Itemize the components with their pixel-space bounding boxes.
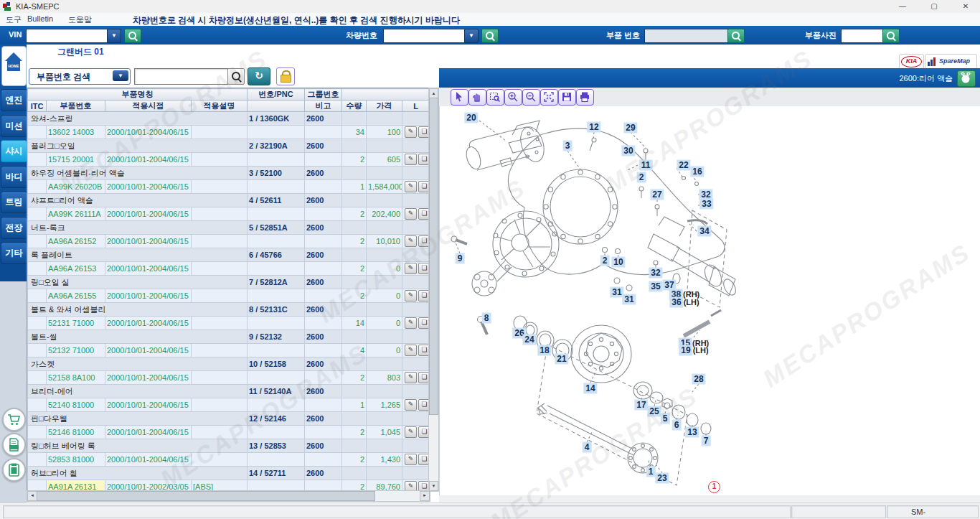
- table-horizontal-scrollbar[interactable]: ◄ ►: [27, 490, 430, 502]
- part-period[interactable]: 2000/10/01-2004/06/15: [105, 426, 192, 439]
- edit-part-icon[interactable]: ✎: [405, 290, 417, 301]
- part-row[interactable]: 52853 810002000/10/01-2004/06/1521,430✎❏: [28, 453, 430, 467]
- vehicle-no-input[interactable]: [383, 29, 468, 43]
- part-period[interactable]: 2000/10/01-2004/06/15: [105, 262, 192, 276]
- diagram-callout-6[interactable]: 6: [672, 420, 682, 431]
- scroll-down-icon[interactable]: ▼: [429, 481, 438, 491]
- part-desc[interactable]: [192, 426, 248, 439]
- diagram-callout-2[interactable]: 2: [637, 172, 646, 183]
- diagram-callout-28[interactable]: 28: [692, 374, 705, 385]
- part-row[interactable]: AA99K 26020B2000/10/01-2004/06/1511,584,…: [28, 180, 430, 194]
- diagram-callout-12[interactable]: 12: [587, 122, 600, 133]
- part-search-mode-select[interactable]: 부품번호 검색 ▼: [29, 68, 131, 85]
- part-group-name[interactable]: 샤프트□리어 액슬: [28, 194, 248, 207]
- part-qty[interactable]: 2: [342, 235, 367, 248]
- part-period[interactable]: 2000/10/01-2004/06/15: [105, 153, 192, 167]
- zoom-out-button[interactable]: [522, 89, 540, 106]
- part-pnc[interactable]: 8 / 52131C: [248, 303, 305, 317]
- part-row[interactable]: 52131 710002000/10/01-2004/06/15140✎❏: [28, 317, 430, 330]
- home-button[interactable]: HOME: [1, 46, 27, 86]
- edit-part-icon[interactable]: ✎: [405, 208, 417, 220]
- part-desc[interactable]: [192, 289, 248, 303]
- diagram-callout-31[interactable]: 31: [622, 294, 636, 305]
- part-group-row[interactable]: 플러그□오일2 / 32190A2600: [28, 139, 430, 153]
- part-row[interactable]: 52132 710002000/10/01-2004/06/1540✎❏: [28, 344, 430, 357]
- part-number[interactable]: 13602 14003: [47, 126, 105, 139]
- diagram-callout-3[interactable]: 3: [563, 141, 573, 151]
- part-price[interactable]: 0: [367, 262, 402, 276]
- diagram-callout-5[interactable]: 5: [661, 413, 670, 424]
- scroll-up-icon[interactable]: ▲: [429, 88, 438, 98]
- part-group-row[interactable]: 록 플레이트6 / 457662600: [28, 248, 430, 262]
- part-pnc[interactable]: 10 / 52158: [248, 357, 305, 371]
- part-row[interactable]: AA96A 261532000/10/01-2004/06/1520✎❏: [28, 262, 430, 276]
- part-desc[interactable]: [192, 317, 248, 330]
- part-number[interactable]: 52853 81000: [47, 453, 105, 467]
- part-group-no[interactable]: 2600: [305, 467, 342, 480]
- part-pnc[interactable]: 13 / 52853: [248, 439, 305, 453]
- part-desc[interactable]: [192, 235, 248, 248]
- part-qty[interactable]: 2: [342, 289, 367, 303]
- part-group-row[interactable]: 샤프트□리어 액슬4 / 526112600: [28, 194, 430, 207]
- part-group-no[interactable]: 2600: [305, 439, 342, 453]
- part-desc[interactable]: [192, 207, 248, 221]
- part-number[interactable]: 52131 71000: [47, 317, 105, 330]
- part-photo-input[interactable]: [841, 29, 885, 43]
- part-group-row[interactable]: 와셔-스프링1 / 1360GK2600: [28, 112, 430, 126]
- part-number[interactable]: AA99K 26020B: [47, 180, 105, 194]
- diagram-callout-16[interactable]: 16: [690, 167, 704, 177]
- part-number[interactable]: 52140 81000: [47, 398, 105, 412]
- part-group-name[interactable]: 허브□리어 휠: [28, 467, 248, 480]
- diagram-callout-30[interactable]: 30: [621, 146, 635, 156]
- part-desc[interactable]: [192, 398, 248, 412]
- part-pnc[interactable]: 9 / 52132: [248, 330, 305, 344]
- part-pnc[interactable]: 1 / 1360GK: [248, 112, 305, 126]
- diagram-callout-11[interactable]: 11: [639, 160, 653, 171]
- vin-dropdown-icon[interactable]: ▼: [107, 29, 121, 43]
- part-number[interactable]: 52146 81000: [47, 426, 105, 439]
- part-group-row[interactable]: 볼트-씰9 / 521322600: [28, 330, 430, 344]
- part-group-row[interactable]: 링□허브 베어링 록13 / 528532600: [28, 439, 430, 453]
- save-button[interactable]: [558, 89, 576, 106]
- part-period[interactable]: 2000/10/01-2004/06/15: [105, 235, 192, 248]
- edit-part-icon[interactable]: ✎: [405, 454, 417, 465]
- diagram-callout-7[interactable]: 7: [702, 436, 711, 446]
- pan-tool-button[interactable]: [468, 89, 486, 106]
- part-number[interactable]: AA96A 26155: [47, 289, 105, 303]
- lock-button[interactable]: [276, 67, 295, 85]
- diagram-callout-4[interactable]: 4: [583, 442, 592, 453]
- part-pnc[interactable]: 3 / 52100: [248, 167, 305, 180]
- clipboard-button[interactable]: [2, 458, 26, 482]
- part-pnc[interactable]: 7 / 52812A: [248, 276, 305, 289]
- part-row[interactable]: AA99K 26111A2000/10/01-2004/06/152202,40…: [28, 207, 430, 221]
- print-button[interactable]: [576, 89, 594, 106]
- diagram-extra-button[interactable]: [957, 70, 976, 87]
- part-search-button[interactable]: [227, 68, 245, 85]
- diagram-callout-32[interactable]: 32: [649, 268, 662, 279]
- select-tool-button[interactable]: [451, 89, 468, 106]
- part-row[interactable]: 15715 200012000/10/01-2004/06/152605✎❏: [28, 153, 430, 167]
- close-icon[interactable]: ✕: [951, 0, 980, 13]
- part-group-name[interactable]: 볼트-씰: [28, 330, 248, 344]
- part-number[interactable]: 52158 8A100: [47, 371, 105, 385]
- part-price[interactable]: 10,010: [367, 235, 402, 248]
- part-pnc[interactable]: 6 / 45766: [248, 248, 305, 262]
- part-desc[interactable]: [192, 262, 248, 276]
- part-number[interactable]: AA99K 26111A: [47, 207, 105, 221]
- part-group-no[interactable]: 2600: [305, 385, 342, 398]
- edit-part-icon[interactable]: ✎: [405, 263, 417, 274]
- zoom-in-button[interactable]: [504, 89, 522, 106]
- part-group-name[interactable]: 너트-록크: [28, 221, 248, 235]
- part-row[interactable]: 13602 140032000/10/01-2004/06/1534100✎❏: [28, 126, 430, 139]
- diagram-callout-14[interactable]: 14: [583, 383, 597, 394]
- part-group-no[interactable]: 2600: [305, 248, 342, 262]
- diagram-callout-34[interactable]: 34: [697, 226, 711, 237]
- part-group-name[interactable]: 볼트 & 와셔 어셈블리: [28, 303, 248, 317]
- part-number[interactable]: 15715 20001: [47, 153, 105, 167]
- maximize-icon[interactable]: ▢: [920, 0, 948, 13]
- part-group-name[interactable]: 록 플레이트: [28, 248, 248, 262]
- sidebar-item-5[interactable]: 트림: [1, 191, 27, 213]
- part-no-search-button[interactable]: [727, 29, 745, 43]
- edit-part-icon[interactable]: ✎: [405, 426, 417, 438]
- part-no-input[interactable]: [644, 29, 729, 43]
